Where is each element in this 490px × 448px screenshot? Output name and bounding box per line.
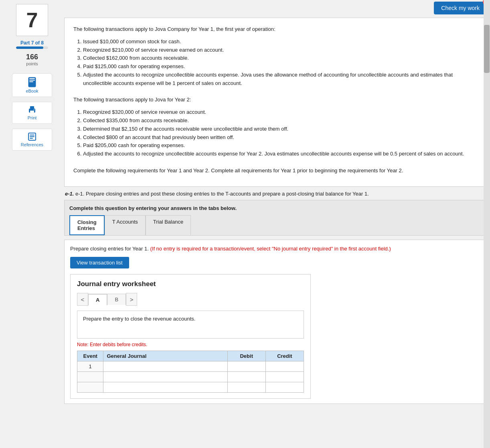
- credit-cell-0[interactable]: [265, 361, 304, 372]
- svg-rect-3: [29, 81, 33, 82]
- part-number: 7: [26, 8, 38, 32]
- ebook-icon: [28, 77, 36, 87]
- journal-tbody: 1: [77, 361, 304, 393]
- year1-item-5: Adjusted the accounts to recognize uncol…: [83, 71, 477, 88]
- year2-item-6: Adjusted the accounts to recognize uncol…: [83, 150, 477, 158]
- credit-cell-1[interactable]: [265, 372, 304, 382]
- check-work-button[interactable]: Check my work 3: [434, 2, 487, 14]
- debit-input-0[interactable]: [230, 363, 263, 369]
- debit-input-2[interactable]: [230, 384, 263, 390]
- svg-rect-9: [30, 135, 34, 135]
- instruction-red: (If no entry is required for a transacti…: [150, 246, 391, 252]
- year2-intro: The following transactions apply to Jova…: [73, 96, 477, 104]
- nav-prev-icon: <: [81, 296, 85, 303]
- sidebar: 7 Part 7 of 8 166 points eBook Print: [0, 0, 64, 448]
- credit-input-1[interactable]: [268, 374, 301, 380]
- svg-rect-2: [29, 80, 35, 81]
- debit-input-1[interactable]: [230, 374, 263, 380]
- e1-bold: e-1.: [65, 191, 74, 197]
- tab-content-instruction: Prepare closing entries for Year 1. (If …: [70, 245, 480, 253]
- col-credit: Credit: [265, 351, 304, 361]
- year1-item-1: Issued $10,000 of common stock for cash.: [83, 38, 477, 46]
- svg-rect-10: [30, 136, 34, 137]
- year1-list: Issued $10,000 of common stock for cash.…: [83, 38, 477, 88]
- references-icon: [28, 132, 36, 141]
- tab-trial-balance[interactable]: Trial Balance: [146, 215, 191, 235]
- svg-rect-7: [34, 109, 34, 110]
- svg-rect-6: [30, 111, 34, 113]
- table-row: [77, 382, 304, 393]
- tabs-row: ClosingEntries T Accounts Trial Balance: [69, 215, 481, 235]
- nav-next-button[interactable]: >: [126, 293, 137, 306]
- part-progress-fill: [16, 46, 43, 49]
- year2-item-1: Recognized $320,000 of service revenue o…: [83, 108, 477, 117]
- references-label: References: [21, 142, 43, 147]
- svg-rect-5: [30, 106, 34, 109]
- year2-item-5: Paid $205,000 cash for operating expense…: [83, 141, 477, 150]
- credit-input-0[interactable]: [268, 363, 301, 369]
- nav-prev-button[interactable]: <: [77, 293, 88, 306]
- journal-table: Event General Journal Debit Credit 1: [77, 351, 304, 393]
- entry-description-box: Prepare the entry to close the revenue a…: [77, 311, 304, 339]
- year1-item-3: Collected $162,000 from accounts receiva…: [83, 54, 477, 63]
- points-value: 166: [26, 53, 38, 61]
- points-label: points: [26, 61, 38, 66]
- e1-text: e-1. Prepare closing entries and post th…: [75, 191, 369, 197]
- credit-cell-2[interactable]: [265, 382, 304, 393]
- part-progress-bar: [16, 46, 48, 49]
- scrollbar[interactable]: [484, 0, 490, 448]
- year1-item-2: Recognized $210,000 of service revenue e…: [83, 46, 477, 54]
- year2-item-2: Collected $335,000 from accounts receiva…: [83, 117, 477, 125]
- ebook-button[interactable]: eBook: [12, 73, 52, 97]
- instruction-prefix: Prepare closing entries for Year 1.: [70, 246, 150, 252]
- debit-cell-0[interactable]: [227, 361, 265, 372]
- top-bar: Check my work 3: [64, 0, 490, 16]
- problem-area: The following transactions apply to Jova…: [64, 18, 486, 187]
- year2-item-3: Determined that $2,150 of the accounts r…: [83, 125, 477, 133]
- view-transaction-button[interactable]: View transaction list: [70, 257, 129, 268]
- tabs-container: Complete this question by entering your …: [64, 200, 486, 236]
- journal-cell-2[interactable]: [103, 382, 227, 393]
- event-cell-0: 1: [77, 361, 103, 372]
- worksheet-tab-a[interactable]: A: [88, 294, 107, 305]
- journal-input-2[interactable]: [106, 384, 225, 390]
- e1-instruction: e-1. e-1. Prepare closing entries and po…: [64, 191, 486, 197]
- print-icon: [28, 105, 36, 114]
- col-debit: Debit: [227, 351, 265, 361]
- debit-cell-1[interactable]: [227, 372, 265, 382]
- nav-next-icon: >: [130, 296, 134, 303]
- print-label: Print: [28, 115, 37, 120]
- col-general-journal: General Journal: [103, 351, 227, 361]
- part-label: Part 7 of 8: [20, 40, 44, 46]
- entry-description: Prepare the entry to close the revenue a…: [83, 316, 195, 322]
- part-number-box: 7: [16, 4, 48, 36]
- journal-worksheet: Journal entry worksheet < A B >: [70, 274, 311, 399]
- journal-input-0[interactable]: [106, 363, 225, 369]
- year1-intro: The following transactions apply to Jova…: [73, 25, 477, 34]
- year2-list: Recognized $320,000 of service revenue o…: [83, 108, 477, 158]
- tab-content: Prepare closing entries for Year 1. (If …: [64, 240, 486, 404]
- debit-cell-2[interactable]: [227, 382, 265, 393]
- table-row: 1: [77, 361, 304, 372]
- col-event: Event: [77, 351, 103, 361]
- scrollbar-thumb[interactable]: [484, 25, 490, 73]
- year2-item-4: Collected $800 of an account that had pr…: [83, 133, 477, 142]
- event-cell-2: [77, 382, 103, 393]
- journal-title: Journal entry worksheet: [77, 280, 304, 288]
- main-content: Check my work 3 The following transactio…: [64, 0, 490, 448]
- year1-item-4: Paid $125,000 cash for operating expense…: [83, 63, 477, 71]
- credit-input-2[interactable]: [268, 384, 301, 390]
- journal-cell-1[interactable]: [103, 372, 227, 382]
- note-text: Note: Enter debits before credits.: [77, 342, 304, 347]
- tab-b-label: B: [115, 297, 118, 303]
- tab-t-accounts[interactable]: T Accounts: [105, 215, 146, 235]
- worksheet-tab-b[interactable]: B: [107, 294, 126, 305]
- table-header-row: Event General Journal Debit Credit: [77, 351, 304, 361]
- print-button[interactable]: Print: [12, 102, 52, 124]
- tab-closing-entries[interactable]: ClosingEntries: [69, 215, 105, 235]
- tabs-instruction: Complete this question by entering your …: [69, 205, 481, 211]
- journal-input-1[interactable]: [106, 374, 225, 380]
- event-cell-1: [77, 372, 103, 382]
- journal-cell-0[interactable]: [103, 361, 227, 372]
- references-button[interactable]: References: [12, 129, 52, 151]
